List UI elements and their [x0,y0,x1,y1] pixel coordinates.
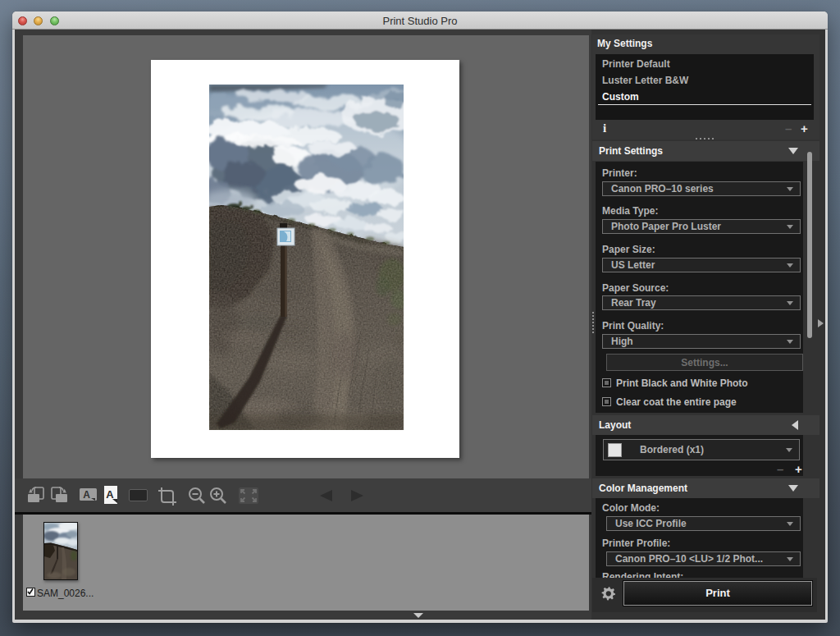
svg-text:A: A [106,488,114,501]
svg-text:A: A [83,489,90,501]
